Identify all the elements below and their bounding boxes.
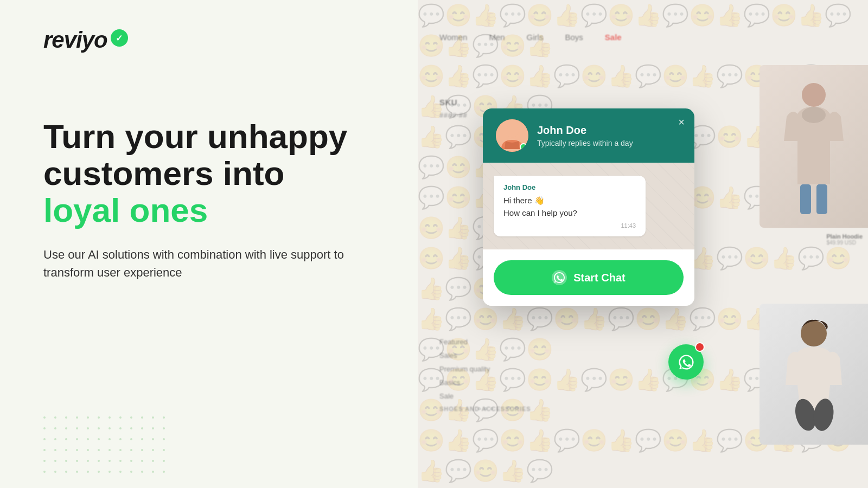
right-panel: 💬😊👍💬😊👍💬😊👍💬😊👍💬😊👍💬😊👍💬😊👍 😊👍💬😊👍💬😊👍💬😊👍💬😊👍💬😊👍💬… — [418, 0, 868, 488]
dot-decoration — [130, 438, 132, 440]
product-price-1: $49.99 USD — [826, 240, 863, 246]
dot-decoration — [65, 471, 67, 473]
fab-whatsapp-icon — [676, 352, 697, 373]
sidebar-sku-value: ####-## — [439, 111, 467, 119]
dot-decoration — [65, 416, 67, 419]
dot-decoration — [54, 438, 56, 440]
dot-decoration — [54, 416, 56, 419]
dot-decoration — [87, 427, 89, 429]
dot-decoration — [76, 416, 78, 419]
dot-decoration — [65, 427, 67, 429]
site-sidebar: SKU ####-## — [439, 98, 467, 124]
bottom-item-3: Basics — [439, 378, 531, 387]
agent-status: Typically replies within a day — [537, 139, 681, 147]
dot-decoration — [130, 460, 132, 462]
hero-subtitle: Use our AI solutions with combination wi… — [43, 246, 347, 281]
dot-decoration — [54, 460, 56, 462]
dot-decoration — [152, 460, 154, 462]
bottom-header: Shoes and accessories — [439, 406, 531, 412]
dot-decoration — [108, 471, 111, 473]
nav-women: Women — [439, 33, 467, 42]
product-image-1 — [760, 65, 868, 228]
dot-decoration — [87, 438, 89, 440]
dot-decoration — [54, 449, 56, 451]
message-sender: John Doe — [503, 183, 636, 191]
dot-decoration — [163, 460, 165, 462]
dot-decoration — [54, 471, 56, 473]
dot-decoration — [119, 416, 122, 419]
dot-decoration — [108, 438, 111, 440]
dot-decoration — [163, 471, 165, 473]
dot-decoration — [87, 449, 89, 451]
hoodie-svg — [781, 76, 846, 217]
whatsapp-fab-button[interactable] — [668, 344, 704, 380]
svg-point-1 — [802, 107, 826, 123]
dot-decoration — [43, 471, 46, 473]
whatsapp-icon — [552, 270, 567, 285]
close-icon[interactable]: × — [678, 116, 685, 129]
bottom-item-4: Sale — [439, 392, 531, 400]
logo-area: reviyo — [43, 27, 369, 53]
bottom-item-1: Sales — [439, 351, 531, 359]
site-navigation: Women Men Girls Boys Sale — [439, 33, 868, 42]
dot-decoration — [87, 460, 89, 462]
dot-decoration — [98, 427, 100, 429]
dot-decoration — [65, 438, 67, 440]
dot-decoration — [43, 438, 46, 440]
dot-decoration — [43, 427, 46, 429]
hero-line3-green: loyal ones — [43, 191, 208, 229]
chat-footer: Start Chat — [483, 249, 694, 306]
svg-point-8 — [506, 125, 519, 138]
dot-decoration — [76, 460, 78, 462]
dot-decoration — [76, 438, 78, 440]
dot-decoration — [119, 427, 122, 429]
message-line1: Hi there 👋 — [503, 195, 636, 207]
dot-decoration — [152, 471, 154, 473]
dot-decoration — [76, 449, 78, 451]
dot-decoration — [141, 438, 143, 440]
logo-text: reviyo — [43, 27, 107, 53]
dot-decoration — [87, 471, 89, 473]
product-label-1: Plain Hoodie $49.99 USD — [826, 233, 863, 246]
dot-decoration — [163, 416, 165, 419]
chat-widget: John Doe Typically replies within a day … — [483, 108, 694, 306]
dot-decoration — [119, 438, 122, 440]
nav-men: Men — [489, 33, 505, 42]
browser-background: 💬😊👍💬😊👍💬😊👍💬😊👍💬😊👍💬😊👍💬😊👍 😊👍💬😊👍💬😊👍💬😊👍💬😊👍💬😊👍💬… — [418, 0, 868, 488]
bottom-item-0: Featured — [439, 338, 531, 346]
dot-decoration — [152, 449, 154, 451]
dot-decoration — [54, 427, 56, 429]
dot-decoration — [130, 416, 132, 419]
dot-decoration — [76, 427, 78, 429]
dot-decoration — [141, 416, 143, 419]
dot-decoration — [141, 460, 143, 462]
dot-decoration — [152, 427, 154, 429]
dot-decoration — [65, 460, 67, 462]
chat-avatar — [496, 119, 528, 152]
sidebar-sku: SKU — [439, 98, 467, 107]
dot-decoration — [130, 449, 132, 451]
hero-title: Turn your unhappy customers into loyal o… — [43, 118, 369, 229]
dot-decoration — [163, 449, 165, 451]
left-panel: reviyo Turn your unhappy customers into … — [0, 0, 412, 488]
dot-decoration — [119, 460, 122, 462]
agent-name: John Doe — [537, 124, 681, 137]
dot-decoration — [98, 416, 100, 419]
logo-verified-icon — [111, 29, 128, 47]
dot-decoration — [130, 471, 132, 473]
start-chat-button[interactable]: Start Chat — [494, 260, 684, 295]
dot-decoration — [152, 438, 154, 440]
svg-rect-3 — [816, 184, 827, 214]
dot-decoration — [152, 416, 154, 419]
dot-decoration — [98, 471, 100, 473]
dot-decoration — [141, 471, 143, 473]
dot-decoration — [108, 416, 111, 419]
nav-boys: Boys — [565, 33, 583, 42]
online-indicator — [520, 143, 527, 151]
bottom-item-2: Premium quality — [439, 365, 531, 373]
dot-decoration — [76, 471, 78, 473]
dot-decoration — [108, 449, 111, 451]
chat-header-info: John Doe Typically replies within a day — [537, 124, 681, 147]
message-time: 11:43 — [503, 222, 636, 229]
dot-decoration — [119, 449, 122, 451]
